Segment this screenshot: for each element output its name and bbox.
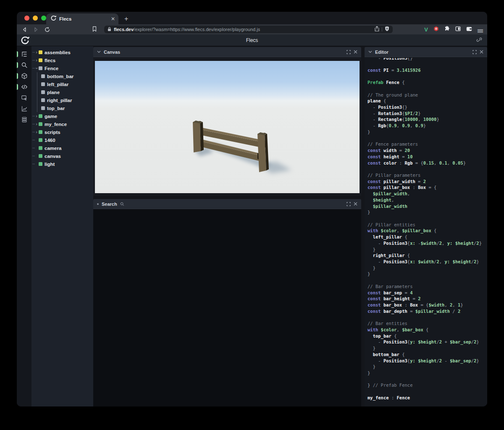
menu-icon[interactable]: ——— (478, 28, 483, 31)
tree-guide-line (32, 148, 35, 148)
share-icon[interactable] (375, 26, 379, 33)
tree-expander-icon[interactable]: › (35, 114, 38, 118)
tree-item[interactable]: canvas (32, 152, 93, 160)
tree-item[interactable]: › scripts (32, 128, 93, 136)
address-bar[interactable]: flecs.dev/explorer/?wasm=https://www.fle… (104, 26, 393, 33)
code-line: const bar_depth = $pillar_width / 2 (368, 308, 487, 315)
tables-icon[interactable] (17, 114, 32, 125)
fullscreen-icon[interactable] (346, 202, 351, 206)
entity-color-square (41, 82, 45, 86)
chevron-down-icon[interactable] (368, 50, 372, 53)
code-line (368, 277, 487, 283)
zoom-window-button[interactable] (41, 16, 46, 21)
code-line: right_pillar { (368, 252, 487, 259)
tree-expander-icon[interactable]: › (34, 67, 39, 70)
reload-icon[interactable] (45, 27, 50, 32)
code-line (368, 166, 487, 172)
editor-panel-header[interactable]: Editor (365, 47, 487, 57)
canvas-viewport[interactable] (93, 57, 361, 196)
entity-color-square (39, 154, 42, 158)
chevron-down-icon[interactable] (97, 50, 101, 53)
panel-divider[interactable] (361, 46, 365, 406)
code-line: const color : Rgb = {0.15, 0.1, 0.05} (368, 160, 487, 166)
tree-icon[interactable] (17, 49, 32, 60)
collapsed-dot-icon[interactable] (97, 203, 99, 205)
forward-icon[interactable] (33, 27, 39, 32)
tree-guide-vline (37, 88, 37, 96)
code-line (368, 73, 487, 79)
browser-tab[interactable]: Flecs ✕ (46, 13, 118, 24)
new-tab-button[interactable]: + (124, 16, 128, 22)
code-editor[interactable]: - Position3{} const PI = 3.1415926 Prefa… (365, 57, 487, 406)
entity-color-square (39, 146, 42, 150)
tree-item[interactable]: camera (32, 144, 93, 152)
code-line: } (368, 129, 487, 135)
shield-icon[interactable] (385, 26, 389, 33)
stats-icon[interactable] (17, 103, 32, 114)
code-line: } (368, 265, 487, 271)
close-window-button[interactable] (24, 16, 29, 21)
entity-tree: › assemblies › flecs (32, 46, 93, 406)
tree-item[interactable]: right_pillar (32, 96, 93, 104)
code-content[interactable]: - Position3{} const PI = 3.1415926 Prefa… (368, 58, 487, 401)
tree-item[interactable]: › assemblies (32, 48, 93, 56)
tree-item[interactable]: › game (32, 112, 93, 120)
code-line (368, 86, 487, 92)
tree-expander-icon[interactable]: › (35, 50, 38, 55)
tree-item[interactable]: bottom_bar (32, 72, 93, 80)
tree-expander-icon[interactable]: › (35, 130, 38, 134)
close-icon[interactable] (354, 202, 357, 206)
code-line: const height = 10 (368, 154, 487, 160)
tree-item[interactable]: 1460 (32, 136, 93, 144)
tree-item[interactable]: › flecs (32, 56, 93, 64)
entity-color-square (41, 90, 45, 94)
tree-item[interactable]: top_bar (32, 104, 93, 112)
tree-item[interactable]: › my_fence (32, 120, 93, 128)
adblock-extension-icon[interactable] (433, 26, 439, 33)
search-panel-header[interactable]: Search (93, 199, 361, 209)
code-icon[interactable] (17, 81, 32, 92)
entity-color-square (39, 122, 42, 126)
minimize-window-button[interactable] (33, 16, 38, 21)
inspector-icon[interactable] (17, 92, 32, 103)
back-icon[interactable] (22, 27, 27, 32)
tree-expander-icon[interactable]: › (35, 122, 38, 126)
code-line: with $color, $bar_box { (368, 327, 487, 333)
puzzle-extensions-icon[interactable] (444, 26, 450, 33)
tree-guide-vline (37, 96, 37, 104)
tree-item[interactable]: › Fence (32, 64, 93, 72)
cube-icon[interactable] (17, 71, 32, 81)
tree-item-label: bottom_bar (47, 74, 74, 79)
tree-item-label: game (45, 114, 57, 119)
close-icon[interactable] (480, 50, 483, 54)
canvas-panel-header[interactable]: Canvas (93, 47, 361, 57)
link-icon[interactable] (476, 37, 482, 45)
divider (382, 27, 382, 31)
tree-item-label: flecs (45, 58, 55, 63)
tree-item-label: canvas (45, 154, 61, 159)
close-icon[interactable] (354, 50, 357, 54)
search-icon[interactable] (17, 60, 32, 71)
bookmark-sidebar-icon[interactable] (92, 26, 97, 32)
fullscreen-icon[interactable] (346, 50, 351, 54)
search-results-area[interactable] (93, 209, 361, 406)
code-line: // Bar parameters (368, 283, 487, 290)
tree-expander-icon[interactable]: › (35, 58, 38, 63)
code-line: plane { (368, 98, 487, 104)
code-line: bottom_bar { (368, 351, 487, 358)
code-line: - Position3{} (368, 104, 487, 110)
tree-item[interactable]: light (32, 160, 93, 168)
tree-guide-vline (37, 72, 37, 80)
tree-item[interactable]: left_pillar (32, 80, 93, 88)
code-line: } (368, 271, 487, 277)
sidebar-panel-icon[interactable] (455, 26, 461, 33)
tree-item[interactable]: plane (32, 88, 93, 96)
tab-close-icon[interactable]: ✕ (111, 16, 115, 21)
code-line: } // Prefab Fence (368, 382, 487, 388)
main-column: Canvas (93, 46, 361, 406)
fullscreen-icon[interactable] (472, 50, 477, 54)
code-line (368, 376, 487, 383)
wallet-icon[interactable] (466, 26, 472, 33)
url-domain: flecs.dev (114, 27, 134, 32)
v-extension-icon[interactable]: V (424, 27, 428, 32)
